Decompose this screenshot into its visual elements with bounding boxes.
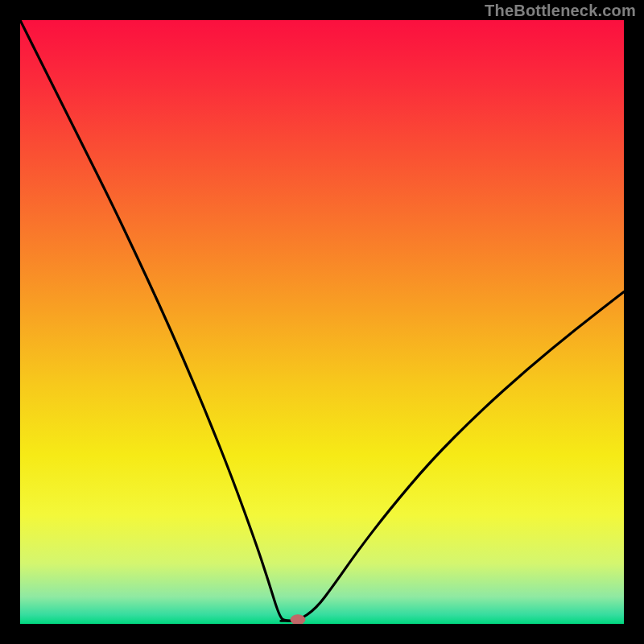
minimum-marker — [291, 615, 305, 624]
watermark-text: TheBottleneck.com — [485, 2, 636, 20]
outer-frame: TheBottleneck.com — [0, 0, 644, 644]
chart-svg — [20, 20, 624, 624]
gradient-background — [20, 20, 624, 624]
plot-area — [20, 20, 624, 624]
